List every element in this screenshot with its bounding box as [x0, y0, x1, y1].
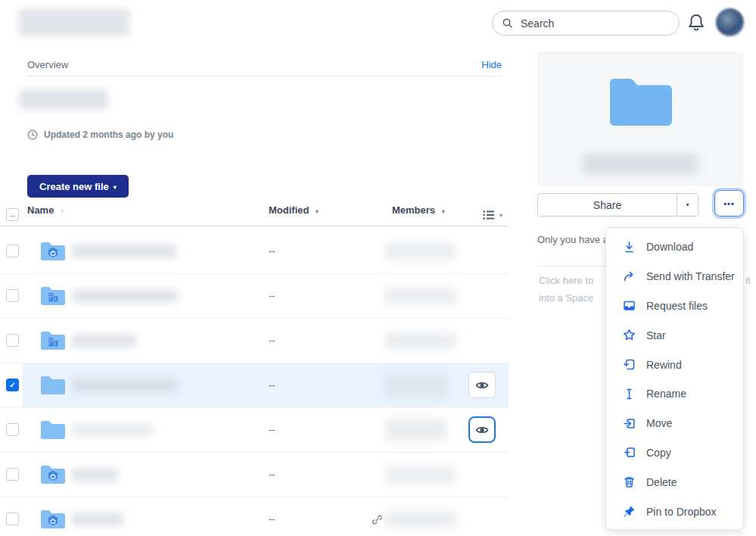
clock-icon	[27, 129, 38, 140]
file-name-blurred	[72, 245, 176, 258]
table-row[interactable]: --	[0, 408, 509, 453]
row-checkbox-checked[interactable]: ✓	[6, 379, 19, 391]
shared-link-icon	[372, 514, 383, 528]
sort-ascending-icon: ↑	[61, 207, 64, 215]
notifications-bell-icon[interactable]	[687, 13, 705, 33]
share-label: Share	[593, 199, 621, 211]
members-blurred	[384, 374, 446, 397]
chevron-down-icon: ▾	[114, 184, 117, 191]
table-row[interactable]: --	[0, 497, 509, 536]
preview-eye-button-focused[interactable]	[468, 416, 496, 443]
modified-value: --	[269, 245, 275, 257]
modified-value: --	[269, 424, 275, 435]
menu-item-copy[interactable]: Copy	[606, 438, 743, 468]
overview-title: Overview	[27, 59, 68, 70]
menu-item-label: Download	[646, 241, 693, 253]
menu-item-send-with-transfer[interactable]: Send with Transfer	[606, 262, 743, 291]
row-checkbox[interactable]	[6, 334, 19, 347]
table-row[interactable]: --	[0, 319, 509, 363]
members-blurred	[384, 466, 456, 483]
row-checkbox[interactable]	[6, 468, 19, 481]
members-blurred	[384, 511, 456, 528]
indeterminate-mark: –	[10, 210, 14, 220]
space-hint-line2[interactable]: into a Space	[539, 292, 593, 304]
menu-item-move[interactable]: Move	[606, 409, 743, 438]
members-blurred	[384, 288, 456, 304]
hide-link[interactable]: Hide	[481, 59, 502, 70]
space-hint-line1[interactable]: Click here to	[539, 275, 593, 286]
file-name-blurred	[72, 289, 178, 303]
column-header-members[interactable]: Members ▾	[392, 204, 445, 226]
menu-item-label: Copy	[646, 447, 671, 459]
modified-value: --	[269, 290, 275, 301]
view-mode-toggle[interactable]: ▾	[483, 210, 502, 220]
row-checkbox[interactable]	[6, 289, 19, 302]
space-hint-line1-end: it	[745, 275, 751, 286]
menu-item-label: Rewind	[646, 359, 682, 371]
delete-icon	[623, 475, 636, 488]
folder-team-icon	[39, 240, 67, 266]
folder-building-icon	[39, 285, 67, 310]
share-button[interactable]: Share	[538, 194, 677, 216]
check-icon: ✓	[9, 381, 15, 389]
app-logo-blurred	[19, 8, 129, 36]
folder-plain-icon	[39, 374, 67, 400]
modified-value: --	[269, 469, 275, 480]
members-header-label: Members	[392, 204, 435, 216]
menu-item-label: Send with Transfer	[646, 270, 735, 282]
select-all-checkbox[interactable]: –	[6, 208, 19, 221]
copy-icon	[623, 446, 636, 459]
list-view-icon	[483, 210, 495, 220]
menu-item-download[interactable]: Download	[606, 232, 743, 262]
create-new-file-label: Create new file	[39, 181, 109, 192]
menu-item-rename[interactable]: Rename	[606, 379, 743, 409]
share-split-button: Share ▾	[537, 193, 698, 217]
row-checkbox[interactable]	[6, 245, 19, 257]
row-checkbox[interactable]	[6, 423, 19, 436]
rename-icon	[623, 388, 636, 400]
chevron-down-icon: ▾	[686, 201, 689, 208]
file-name-blurred	[72, 468, 119, 481]
members-blurred	[384, 332, 456, 349]
overview-divider	[27, 76, 502, 76]
star-icon	[623, 329, 636, 341]
send-transfer-icon	[623, 270, 636, 283]
file-name-blurred	[72, 423, 154, 437]
file-list: -- -- -- ✓	[0, 229, 509, 536]
chevron-down-icon: ▾	[316, 208, 319, 215]
table-row-selected[interactable]: ✓ --	[0, 363, 509, 408]
more-actions-menu: Download Send with Transfer Request file…	[605, 227, 744, 530]
name-header-label: Name	[27, 204, 54, 216]
table-row[interactable]: --	[0, 274, 509, 319]
header-divider	[0, 226, 509, 226]
search-bar[interactable]	[492, 11, 680, 36]
user-avatar[interactable]	[716, 8, 744, 36]
dropbox-file-browser: Overview Hide Updated 2 months ago by yo…	[0, 0, 756, 536]
search-input[interactable]	[519, 17, 651, 30]
ellipsis-icon: •••	[723, 199, 735, 208]
menu-item-delete[interactable]: Delete	[606, 467, 743, 497]
column-header-modified[interactable]: Modified ▾	[269, 204, 319, 226]
share-options-caret[interactable]: ▾	[677, 194, 698, 216]
modified-header-label: Modified	[269, 204, 309, 216]
table-row[interactable]: --	[0, 453, 509, 497]
updated-text: Updated 2 months ago by you	[44, 129, 173, 140]
menu-item-label: Rename	[646, 388, 686, 400]
folder-plain-icon	[39, 419, 67, 444]
create-new-file-button[interactable]: Create new file ▾	[27, 175, 129, 198]
table-row[interactable]: --	[0, 229, 509, 274]
menu-item-request-files[interactable]: Request files	[606, 291, 743, 321]
menu-item-rewind[interactable]: Rewind	[606, 350, 743, 379]
modified-value: --	[269, 379, 275, 391]
pin-icon	[623, 505, 636, 518]
column-header-name[interactable]: Name ↑	[27, 204, 64, 226]
members-blurred	[384, 243, 456, 260]
more-actions-button[interactable]: •••	[714, 190, 744, 217]
menu-item-pin-to-dropbox[interactable]: Pin to Dropbox	[606, 497, 743, 526]
menu-item-label: Star	[646, 329, 666, 341]
row-checkbox[interactable]	[6, 513, 19, 525]
menu-item-label: Move	[646, 417, 672, 429]
file-name-blurred	[72, 379, 178, 392]
preview-eye-button[interactable]	[468, 372, 496, 398]
menu-item-star[interactable]: Star	[606, 320, 743, 350]
